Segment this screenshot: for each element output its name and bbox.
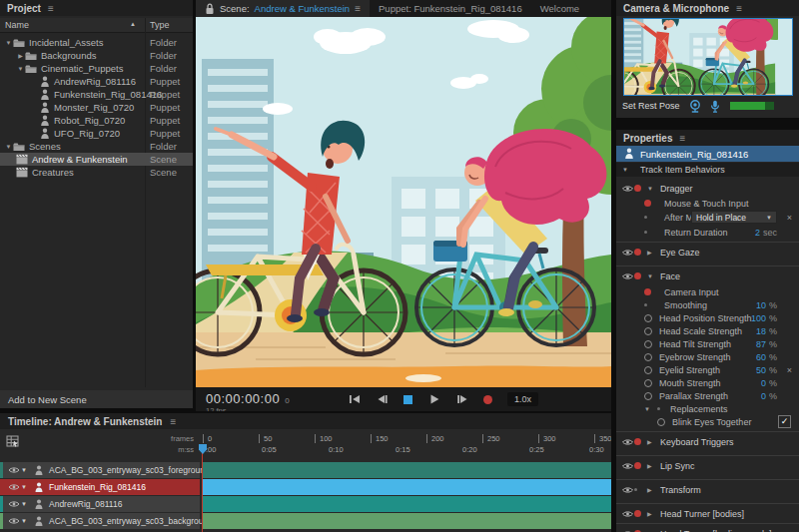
track-bar-bg-foreground[interactable] [203, 462, 611, 478]
arm-icon[interactable] [644, 288, 657, 295]
expand-closed-icon[interactable]: ▶ [647, 438, 660, 445]
param-value[interactable]: 0 [761, 378, 766, 388]
time-tick[interactable]: :00 [206, 445, 216, 454]
eye-icon[interactable] [7, 517, 21, 525]
sort-asc-icon[interactable]: ▲ [130, 21, 136, 27]
eye-icon[interactable] [621, 486, 634, 494]
param-eyelid-strength[interactable]: Eyelid Strength 50% × [616, 363, 799, 376]
eye-icon[interactable] [621, 272, 634, 280]
selected-puppet-row[interactable]: Funkenstein_Rig_081416 [616, 146, 799, 162]
arm-icon[interactable] [634, 462, 647, 469]
previous-frame-button[interactable] [376, 394, 389, 405]
project-row-scenes[interactable]: ▼ Scenes Folder [0, 140, 193, 153]
expand-open-icon[interactable]: ▼ [21, 484, 33, 490]
track-bar-andrewrig[interactable] [203, 496, 611, 512]
expand-closed-icon[interactable]: ▶ [647, 249, 660, 256]
expand-closed-icon[interactable]: ▶ [16, 52, 25, 59]
expand-open-icon[interactable]: ▼ [21, 518, 33, 524]
go-to-start-button[interactable] [348, 394, 361, 405]
track-bar-bg-background[interactable] [203, 513, 611, 529]
param-parallax-strength[interactable]: Parallax Strength 0% [616, 389, 799, 402]
ruler-tick[interactable]: 250 [482, 434, 500, 443]
param-value[interactable]: 50 [756, 365, 766, 375]
tab-scene[interactable]: Scene: Andrew & Funkenstein ≡ [196, 0, 370, 17]
expand-closed-icon[interactable]: ▶ [647, 462, 660, 469]
param-value[interactable]: 0 [761, 391, 766, 401]
microphone-toggle-icon[interactable] [710, 100, 720, 113]
arm-icon[interactable] [634, 488, 647, 491]
column-name[interactable]: Name [5, 20, 29, 30]
ruler-tick[interactable]: 300 [538, 434, 556, 443]
expand-closed-icon[interactable]: ▶ [647, 486, 660, 493]
project-row-backgrounds[interactable]: ▶ Backgrounds Folder [0, 49, 193, 62]
behavior-dragger[interactable]: ▼ Dragger [616, 182, 799, 195]
behavior-keyboard-triggers[interactable]: ▶ Keyboard Triggers [616, 435, 799, 448]
project-row-robot[interactable]: Robot_Rig_0720 Puppet [0, 114, 193, 127]
column-type[interactable]: Type [150, 20, 170, 30]
param-head-scale-strength[interactable]: Head Scale Strength 18% [616, 324, 799, 337]
webcam-toggle-icon[interactable] [688, 100, 702, 113]
time-tick[interactable]: 0:30 [589, 445, 604, 454]
behavior-face[interactable]: ▼ Face [616, 269, 799, 282]
expand-open-icon[interactable]: ▼ [4, 144, 13, 150]
keyframe-circle-icon[interactable] [644, 379, 652, 387]
track-options-icon[interactable] [6, 435, 20, 448]
ruler-tick[interactable]: 100 [315, 434, 333, 443]
eye-icon[interactable] [621, 249, 634, 257]
time-tick[interactable]: 0:10 [329, 445, 344, 454]
param-blink-eyes-together[interactable]: Blink Eyes Together ✓ [616, 415, 799, 428]
panel-menu-icon[interactable]: ≡ [355, 3, 361, 14]
arm-icon[interactable] [634, 272, 647, 279]
tab-welcome[interactable]: Welcome [531, 0, 588, 17]
panel-menu-icon[interactable]: ≡ [679, 133, 685, 144]
tab-puppet[interactable]: Puppet: Funkenstein_Rig_081416 [370, 0, 531, 17]
eye-icon[interactable] [7, 466, 21, 474]
play-button[interactable] [427, 394, 440, 405]
time-tick[interactable]: 0:20 [462, 445, 477, 454]
expand-open-icon[interactable]: ▼ [21, 501, 33, 507]
param-value[interactable]: 87 [756, 339, 766, 349]
ruler-tick[interactable]: 200 [426, 434, 444, 443]
panel-menu-icon[interactable]: ≡ [736, 3, 742, 14]
time-tick[interactable]: 0:25 [529, 445, 544, 454]
track-header-bg-background[interactable]: ▼ ACA_BG_003_entryway_sc03_background [0, 513, 200, 529]
remove-icon[interactable]: × [787, 363, 792, 376]
playhead-line[interactable] [202, 446, 203, 532]
track-bar-funkenstein[interactable] [203, 479, 611, 495]
param-camera-input[interactable]: Camera Input [616, 285, 799, 298]
param-after-move[interactable]: After Move Hold in Place ▼ × [616, 211, 799, 224]
ruler-tick[interactable]: 0 [203, 434, 212, 443]
arm-icon[interactable] [634, 249, 647, 256]
project-row-creatures-scene[interactable]: Creatures Scene [0, 166, 193, 179]
param-head-tilt-strength[interactable]: Head Tilt Strength 87% [616, 337, 799, 350]
time-tick[interactable]: 0:15 [396, 445, 410, 454]
arm-icon[interactable] [634, 438, 647, 445]
set-rest-pose-button[interactable]: Set Rest Pose [622, 101, 680, 111]
project-row-andrewrig[interactable]: AndrewRig_081116 Puppet [0, 75, 193, 88]
ruler-tick[interactable]: 50 [259, 434, 272, 443]
timecode[interactable]: 00:00:00:00 [206, 391, 280, 406]
project-row-incidental-assets[interactable]: ▼ Incidental_Assets Folder [0, 36, 193, 49]
expand-open-icon[interactable]: ▼ [4, 40, 13, 46]
param-value[interactable]: 100 [751, 313, 766, 323]
param-value[interactable]: 18 [756, 326, 766, 336]
behavior-transform[interactable]: ▶ Transform [616, 483, 799, 496]
arm-icon[interactable] [634, 510, 647, 517]
playback-speed-button[interactable]: 1.0x [507, 392, 538, 406]
expand-open-icon[interactable]: ▼ [647, 273, 660, 279]
project-row-monster[interactable]: Monster_Rig_0720 Puppet [0, 101, 193, 114]
next-frame-button[interactable] [455, 394, 468, 405]
expand-open-icon[interactable]: ▼ [647, 186, 660, 192]
panel-menu-icon[interactable]: ≡ [170, 416, 176, 427]
expand-closed-icon[interactable]: ▶ [647, 510, 660, 517]
param-value[interactable]: 10 [756, 300, 766, 310]
project-row-ufo[interactable]: UFO_Rig_0720 Puppet [0, 127, 193, 140]
keyframe-circle-icon[interactable] [644, 327, 652, 335]
panel-menu-icon[interactable]: ≡ [48, 3, 54, 14]
project-row-andrew-funkenstein-scene[interactable]: Andrew & Funkenstein Scene [0, 153, 193, 166]
project-row-funkenstein[interactable]: Funkenstein_Rig_081416 Puppet [0, 88, 193, 101]
time-tick[interactable]: 0:05 [262, 445, 277, 454]
keyframe-circle-icon[interactable] [644, 314, 652, 322]
arm-icon[interactable] [644, 200, 657, 207]
stop-button[interactable] [403, 395, 412, 404]
